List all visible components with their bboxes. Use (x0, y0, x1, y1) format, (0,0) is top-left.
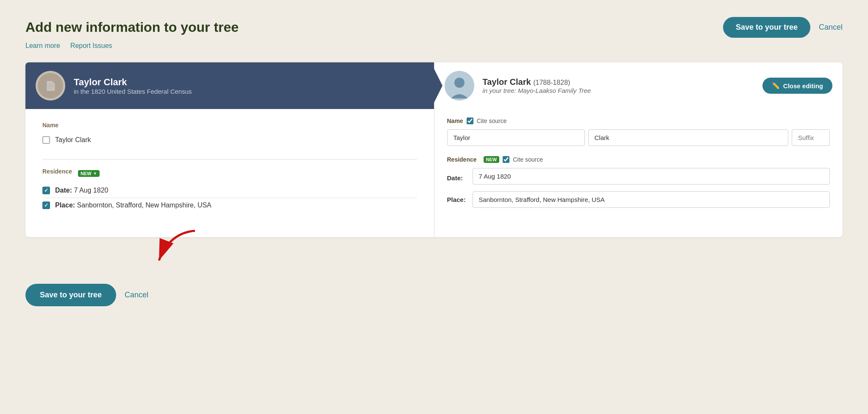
tree-name: Mayo-Laakso Family Tree (518, 87, 591, 94)
name-cite-label: Cite source (477, 117, 507, 124)
name-label-left: Name (42, 122, 417, 129)
left-header-text: Taylor Clark in the 1820 United States F… (74, 77, 192, 95)
links-row: Learn more Report Issues (25, 42, 843, 50)
date-field-row: Date: 7 Aug 1820 (42, 183, 417, 198)
left-panel: 📄 Taylor Clark in the 1820 United States… (25, 62, 434, 237)
residence-new-badge: NEW ▼ (78, 170, 100, 177)
residence-cite-label: Cite source (513, 156, 543, 163)
page-title: Add new information to your tree (25, 20, 239, 35)
close-editing-button[interactable]: ✏️ Close editing (762, 78, 832, 94)
source-avatar: 📄 (36, 71, 65, 101)
right-body: Name Cite source Residence NEW (434, 109, 843, 227)
left-header: 📄 Taylor Clark in the 1820 United States… (25, 62, 434, 109)
cancel-button-bottom[interactable]: Cancel (125, 291, 148, 299)
main-content: 📄 Taylor Clark in the 1820 United States… (25, 62, 843, 237)
source-person-name: Taylor Clark (74, 77, 192, 88)
tree-person-subtitle: in your tree: Mayo-Laakso Family Tree (483, 87, 591, 94)
date-key-right: Date: (447, 174, 468, 182)
svg-point-3 (454, 78, 465, 88)
place-key-right: Place: (447, 196, 468, 203)
residence-edit-section: Residence NEW Cite source Date: Place: (447, 156, 830, 208)
badge-dropdown-arrow[interactable]: ▼ (93, 171, 97, 176)
name-cite-checkbox[interactable] (467, 117, 473, 124)
name-checkbox[interactable] (42, 136, 50, 144)
residence-edit-label-row: Residence NEW Cite source (447, 156, 830, 163)
name-section-left: Name Taylor Clark (42, 122, 417, 147)
bottom-bar: Save to your tree Cancel (25, 271, 843, 315)
red-arrow (153, 229, 203, 267)
name-edit-label: Name (447, 117, 463, 124)
date-edit-row: Date: (447, 168, 830, 188)
tree-person-name: Taylor Clark (1788-1828) (483, 77, 591, 87)
name-field-row: Taylor Clark (42, 133, 417, 147)
suffix-input[interactable] (792, 129, 830, 146)
residence-edit-label: Residence (447, 156, 477, 163)
last-name-input[interactable] (588, 129, 789, 146)
place-value-left: Place: Sanbornton, Strafford, New Hampsh… (55, 201, 211, 209)
place-field-row: Place: Sanbornton, Strafford, New Hampsh… (42, 198, 417, 213)
arrow-container (25, 237, 843, 271)
save-to-tree-button-bottom[interactable]: Save to your tree (25, 284, 116, 306)
residence-label-row: Residence NEW ▼ (42, 168, 417, 179)
name-edit-label-row: Name Cite source (447, 117, 830, 124)
right-header-text: Taylor Clark (1788-1828) in your tree: M… (483, 77, 591, 94)
save-to-tree-button-top[interactable]: Save to your tree (723, 17, 810, 38)
right-panel: Taylor Clark (1788-1828) in your tree: M… (434, 62, 843, 237)
report-issues-link[interactable]: Report Issues (70, 42, 112, 50)
name-fields (447, 129, 830, 146)
tree-avatar (445, 71, 474, 101)
place-edit-row: Place: (447, 191, 830, 208)
residence-cite-checkbox[interactable] (503, 156, 509, 163)
residence-label-left: Residence (42, 168, 72, 175)
divider-1 (42, 159, 417, 159)
header-actions: Save to your tree Cancel (723, 17, 843, 38)
left-body: Name Taylor Clark Residence NEW ▼ (25, 109, 434, 237)
name-edit-section: Name Cite source (447, 117, 830, 146)
svg-text:📄: 📄 (45, 80, 57, 92)
residence-section-left: Residence NEW ▼ Date: 7 Aug 1820 (42, 168, 417, 213)
first-name-input[interactable] (447, 129, 585, 146)
date-input[interactable] (473, 168, 830, 185)
right-header: Taylor Clark (1788-1828) in your tree: M… (434, 62, 843, 109)
source-person-subtitle: in the 1820 United States Federal Census (74, 88, 192, 95)
place-checkbox[interactable] (42, 201, 50, 209)
cancel-button-top[interactable]: Cancel (819, 23, 843, 32)
place-input[interactable] (473, 191, 830, 208)
pencil-icon: ✏️ (772, 82, 780, 90)
date-checkbox[interactable] (42, 187, 50, 194)
name-value: Taylor Clark (55, 136, 91, 144)
residence-new-badge-right: NEW (484, 156, 500, 163)
date-value-left: Date: 7 Aug 1820 (55, 187, 108, 194)
learn-more-link[interactable]: Learn more (25, 42, 60, 50)
